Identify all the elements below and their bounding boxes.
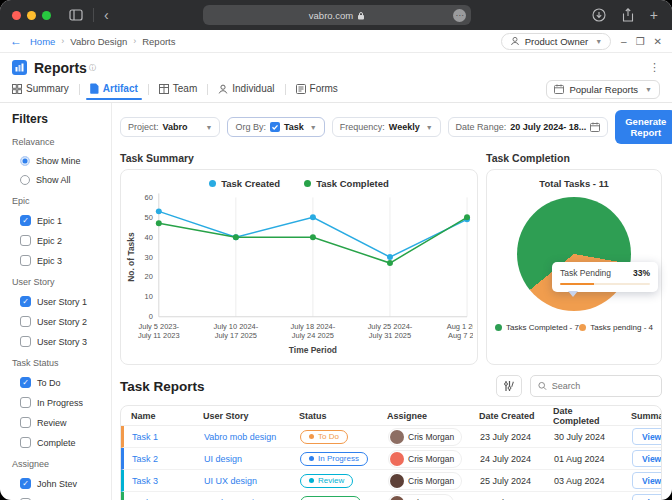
kebab-menu-icon[interactable]: ⋮: [649, 61, 660, 74]
tab-individual[interactable]: Individual: [208, 83, 284, 99]
filter-button[interactable]: [496, 375, 522, 397]
orgby-select[interactable]: Org By: Task ▼: [227, 117, 324, 137]
daterange-picker[interactable]: Date Range: 20 July 2024- 18...: [448, 117, 609, 137]
column-header: Date Created: [469, 411, 543, 421]
view-button[interactable]: View: [632, 472, 662, 489]
downloads-icon[interactable]: [592, 8, 606, 22]
filters-heading: Filters: [12, 112, 105, 126]
filter-option[interactable]: Complete: [20, 437, 105, 448]
filter-option[interactable]: Epic 3: [20, 255, 105, 266]
filter-option[interactable]: User Story 3: [20, 336, 105, 347]
frequency-value: Weekly: [389, 122, 420, 132]
filter-option[interactable]: ✓User Story 1: [20, 296, 105, 307]
filter-option[interactable]: Review: [20, 417, 105, 428]
radio-selected[interactable]: [20, 156, 30, 166]
tab-summary[interactable]: Summary: [12, 83, 79, 99]
checkbox-unchecked[interactable]: [20, 397, 31, 408]
tab-artifact[interactable]: Artifact: [80, 83, 148, 99]
checkbox-unchecked[interactable]: [20, 255, 31, 266]
close-traffic-light[interactable]: [12, 11, 21, 20]
svg-text:No. of Tasks: No. of Tasks: [126, 232, 136, 282]
frequency-select[interactable]: Frequency: Weekly ▼: [332, 117, 441, 137]
url-more-icon[interactable]: ⋯: [453, 9, 466, 22]
table-row[interactable]: Task 4Product testingCompleteJohn Stev26…: [121, 492, 661, 500]
generate-report-button[interactable]: Generate Report: [615, 110, 672, 144]
filter-option[interactable]: User Story 2: [20, 316, 105, 327]
status-cell: Complete: [292, 496, 380, 500]
table-row[interactable]: Task 3UI UX designReviewCris Morgan25 Ju…: [121, 470, 661, 492]
table-row[interactable]: Task 1Vabro mob designTo DoCris Morgan23…: [121, 426, 661, 448]
svg-text:0: 0: [149, 312, 153, 321]
task-name-link[interactable]: Task 1: [124, 432, 196, 442]
filter-option[interactable]: In Progress: [20, 397, 105, 408]
maximize-traffic-light[interactable]: [42, 11, 51, 20]
status-badge: In Progress: [300, 452, 368, 466]
filter-option[interactable]: Epic 2: [20, 235, 105, 246]
minimize-traffic-light[interactable]: [27, 11, 36, 20]
restore-button[interactable]: ❐: [636, 36, 645, 47]
total-tasks-label: Total Tasks - 11: [493, 178, 655, 189]
checkbox-unchecked[interactable]: [20, 417, 31, 428]
breadcrumb: Home › Vabro Design › Reports: [30, 36, 175, 47]
orgby-value: Task: [284, 122, 304, 132]
table-row[interactable]: Task 2UI designIn ProgressCris Morgan24 …: [121, 448, 661, 470]
search-box: [530, 375, 662, 397]
url-bar[interactable]: vabro.com ⋯: [203, 5, 471, 25]
sidebar-toggle-icon[interactable]: [69, 9, 83, 21]
filter-option[interactable]: ✓John Stev: [20, 478, 105, 489]
lock-icon: [357, 11, 365, 20]
minimize-button[interactable]: –: [621, 36, 627, 47]
project-select[interactable]: Project: Vabro ▼: [120, 117, 220, 137]
search-input[interactable]: [552, 381, 654, 391]
tab-team[interactable]: Team: [149, 83, 207, 99]
svg-text:July 18 2024-: July 18 2024-: [291, 322, 336, 331]
task-icon: [270, 122, 280, 132]
user-story-cell[interactable]: UI UX design: [196, 476, 292, 486]
close-button[interactable]: ✕: [654, 36, 662, 47]
filter-section-label: Task Status: [12, 358, 105, 368]
filter-option[interactable]: Show All: [20, 175, 105, 185]
legend-label: Tasks Completed - 7: [506, 323, 579, 332]
user-story-cell[interactable]: UI design: [196, 454, 292, 464]
new-tab-icon[interactable]: +: [650, 7, 658, 23]
breadcrumb-project[interactable]: Vabro Design: [70, 36, 127, 47]
pie-legend-item: Tasks Completed - 7: [495, 323, 579, 332]
view-button[interactable]: View: [632, 428, 662, 445]
popular-reports-dropdown[interactable]: Popular Reports ▼: [546, 80, 660, 99]
filter-option[interactable]: ✓Epic 1: [20, 215, 105, 226]
radio-unselected[interactable]: [20, 175, 30, 185]
account-selector[interactable]: Product Owner ▼: [501, 33, 611, 50]
breadcrumb-home[interactable]: Home: [30, 36, 55, 47]
share-icon[interactable]: [622, 8, 634, 22]
checkbox-checked[interactable]: ✓: [20, 215, 31, 226]
checkbox-unchecked[interactable]: [20, 336, 31, 347]
svg-text:Time Period: Time Period: [289, 345, 337, 355]
checkbox-unchecked[interactable]: [20, 235, 31, 246]
task-completion-title: Task Completion: [486, 152, 662, 164]
date-completed-cell: 03 Aug 2024: [546, 476, 624, 486]
task-name-link[interactable]: Task 3: [124, 476, 196, 486]
column-header: Summary: [621, 411, 661, 421]
filter-option-label: Review: [37, 418, 67, 428]
back-icon[interactable]: ‹: [104, 7, 109, 23]
column-header: Name: [121, 411, 193, 421]
filter-section-label: Assignee: [12, 459, 105, 469]
filter-option[interactable]: ✓To Do: [20, 377, 105, 388]
user-story-cell[interactable]: Vabro mob design: [196, 432, 292, 442]
tab-forms[interactable]: Forms: [286, 83, 348, 99]
checkbox-unchecked[interactable]: [20, 437, 31, 448]
status-label: In Progress: [318, 454, 359, 463]
checkbox-unchecked[interactable]: [20, 316, 31, 327]
report-toolbar: Project: Vabro ▼ Org By: Task ▼ Frequenc…: [120, 110, 662, 144]
filter-option[interactable]: Show Mine: [20, 156, 105, 166]
checkbox-checked[interactable]: ✓: [20, 296, 31, 307]
view-button[interactable]: View: [632, 450, 662, 467]
view-button[interactable]: View: [632, 494, 662, 500]
tooltip-value: 33%: [633, 268, 650, 278]
task-summary-line-chart: 0102030405060July 5 2023-July 11 2023Jul…: [125, 189, 473, 359]
checkbox-checked[interactable]: ✓: [20, 377, 31, 388]
checkbox-checked[interactable]: ✓: [20, 478, 31, 489]
breadcrumb-back-icon[interactable]: ←: [10, 34, 22, 48]
task-reports-table: NameUser StoryStatusAssigneeDate Created…: [120, 405, 662, 500]
task-name-link[interactable]: Task 2: [124, 454, 196, 464]
